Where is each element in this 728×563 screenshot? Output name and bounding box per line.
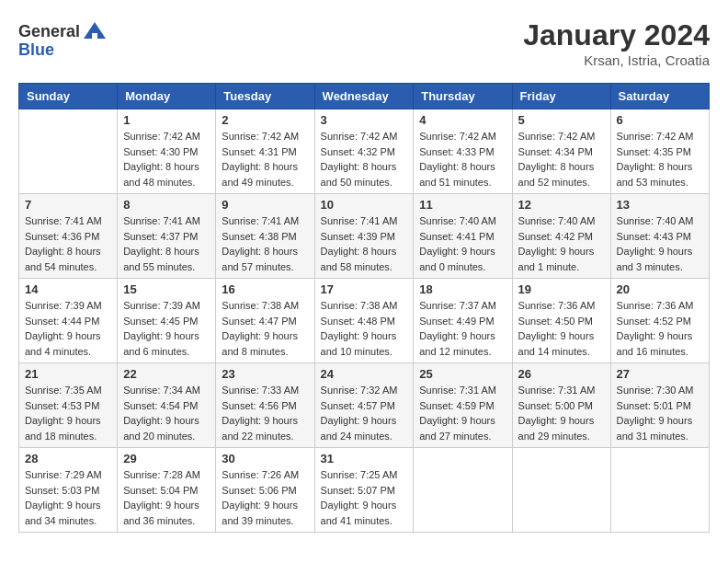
sunset-text: Sunset: 5:07 PM <box>321 485 395 496</box>
day-info: Sunrise: 7:25 AM Sunset: 5:07 PM Dayligh… <box>321 467 408 528</box>
daylight-text: Daylight: 8 hours and 50 minutes. <box>321 161 397 188</box>
calendar-table: SundayMondayTuesdayWednesdayThursdayFrid… <box>18 83 710 533</box>
sunset-text: Sunset: 4:52 PM <box>617 316 691 327</box>
weekday-header: Saturday <box>610 84 709 109</box>
day-number: 11 <box>419 198 506 212</box>
calendar-cell <box>610 448 709 533</box>
daylight-text: Daylight: 9 hours and 41 minutes. <box>321 500 397 526</box>
daylight-text: Daylight: 9 hours and 14 minutes. <box>518 330 595 357</box>
sunset-text: Sunset: 5:03 PM <box>25 485 99 496</box>
sunrise-text: Sunrise: 7:38 AM <box>222 300 299 311</box>
weekday-header: Sunday <box>19 84 118 109</box>
daylight-text: Daylight: 8 hours and 51 minutes. <box>419 161 495 188</box>
day-number: 20 <box>617 282 703 296</box>
daylight-text: Daylight: 8 hours and 48 minutes. <box>123 161 199 188</box>
calendar-week-row: 1 Sunrise: 7:42 AM Sunset: 4:30 PM Dayli… <box>19 109 710 194</box>
sunset-text: Sunset: 4:30 PM <box>123 146 198 157</box>
day-info: Sunrise: 7:28 AM Sunset: 5:04 PM Dayligh… <box>123 467 210 528</box>
weekday-header: Thursday <box>414 84 512 109</box>
calendar-cell: 26 Sunrise: 7:31 AM Sunset: 5:00 PM Dayl… <box>512 363 610 448</box>
sunset-text: Sunset: 4:33 PM <box>419 146 494 157</box>
sunrise-text: Sunrise: 7:25 AM <box>321 469 398 480</box>
sunrise-text: Sunrise: 7:42 AM <box>222 131 299 142</box>
day-info: Sunrise: 7:32 AM Sunset: 4:57 PM Dayligh… <box>321 383 408 443</box>
daylight-text: Daylight: 8 hours and 58 minutes. <box>321 246 397 272</box>
daylight-text: Daylight: 9 hours and 36 minutes. <box>123 500 199 526</box>
day-number: 12 <box>518 198 605 212</box>
sunset-text: Sunset: 4:45 PM <box>123 316 198 327</box>
sunset-text: Sunset: 4:31 PM <box>222 146 296 157</box>
day-info: Sunrise: 7:33 AM Sunset: 4:56 PM Dayligh… <box>222 383 308 443</box>
day-number: 13 <box>617 198 703 212</box>
day-info: Sunrise: 7:42 AM Sunset: 4:33 PM Dayligh… <box>419 129 506 190</box>
daylight-text: Daylight: 9 hours and 16 minutes. <box>617 330 693 357</box>
day-number: 23 <box>222 367 308 381</box>
sunrise-text: Sunrise: 7:42 AM <box>123 131 200 142</box>
sunset-text: Sunset: 4:34 PM <box>518 146 593 157</box>
calendar-cell: 18 Sunrise: 7:37 AM Sunset: 4:49 PM Dayl… <box>414 279 512 363</box>
day-info: Sunrise: 7:37 AM Sunset: 4:49 PM Dayligh… <box>419 298 506 359</box>
sunrise-text: Sunrise: 7:36 AM <box>617 300 694 311</box>
sunset-text: Sunset: 5:06 PM <box>222 485 296 496</box>
calendar-cell: 21 Sunrise: 7:35 AM Sunset: 4:53 PM Dayl… <box>19 363 118 448</box>
calendar-cell: 8 Sunrise: 7:41 AM Sunset: 4:37 PM Dayli… <box>118 194 216 279</box>
sunset-text: Sunset: 4:44 PM <box>25 316 99 327</box>
daylight-text: Daylight: 9 hours and 1 minute. <box>518 246 595 272</box>
sunrise-text: Sunrise: 7:31 AM <box>518 385 596 396</box>
day-info: Sunrise: 7:40 AM Sunset: 4:43 PM Dayligh… <box>617 213 703 274</box>
day-number: 29 <box>123 452 210 465</box>
page-header: General Blue January 2024 Krsan, Istria,… <box>18 18 710 68</box>
sunrise-text: Sunrise: 7:26 AM <box>222 469 299 480</box>
daylight-text: Daylight: 8 hours and 53 minutes. <box>617 161 693 188</box>
sunrise-text: Sunrise: 7:40 AM <box>617 215 694 226</box>
day-number: 10 <box>321 198 408 212</box>
day-info: Sunrise: 7:36 AM Sunset: 4:50 PM Dayligh… <box>518 298 605 359</box>
sunset-text: Sunset: 4:39 PM <box>321 231 395 242</box>
sunset-text: Sunset: 4:43 PM <box>617 231 691 242</box>
day-info: Sunrise: 7:41 AM Sunset: 4:36 PM Dayligh… <box>25 213 111 274</box>
sunset-text: Sunset: 4:36 PM <box>25 231 99 242</box>
day-number: 7 <box>25 198 111 212</box>
day-info: Sunrise: 7:34 AM Sunset: 4:54 PM Dayligh… <box>123 383 210 443</box>
weekday-header: Tuesday <box>216 84 314 109</box>
calendar-cell: 29 Sunrise: 7:28 AM Sunset: 5:04 PM Dayl… <box>118 448 216 533</box>
day-number: 19 <box>518 282 605 296</box>
day-info: Sunrise: 7:39 AM Sunset: 4:44 PM Dayligh… <box>25 298 111 359</box>
calendar-header-row: SundayMondayTuesdayWednesdayThursdayFrid… <box>19 84 710 109</box>
calendar-cell: 31 Sunrise: 7:25 AM Sunset: 5:07 PM Dayl… <box>314 448 414 533</box>
sunrise-text: Sunrise: 7:40 AM <box>518 215 596 226</box>
day-number: 6 <box>617 113 703 127</box>
day-number: 3 <box>321 113 408 127</box>
day-number: 26 <box>518 367 605 381</box>
calendar-cell: 13 Sunrise: 7:40 AM Sunset: 4:43 PM Dayl… <box>610 194 709 279</box>
calendar-cell: 22 Sunrise: 7:34 AM Sunset: 4:54 PM Dayl… <box>118 363 216 448</box>
daylight-text: Daylight: 8 hours and 49 minutes. <box>222 161 298 188</box>
calendar-cell <box>414 448 512 533</box>
calendar-cell: 7 Sunrise: 7:41 AM Sunset: 4:36 PM Dayli… <box>19 194 118 279</box>
day-info: Sunrise: 7:36 AM Sunset: 4:52 PM Dayligh… <box>617 298 703 359</box>
daylight-text: Daylight: 9 hours and 29 minutes. <box>518 415 595 442</box>
day-number: 17 <box>321 282 408 296</box>
sunset-text: Sunset: 5:00 PM <box>518 400 593 411</box>
daylight-text: Daylight: 9 hours and 27 minutes. <box>419 415 495 442</box>
daylight-text: Daylight: 9 hours and 18 minutes. <box>25 415 101 442</box>
sunrise-text: Sunrise: 7:34 AM <box>123 385 200 396</box>
calendar-cell: 5 Sunrise: 7:42 AM Sunset: 4:34 PM Dayli… <box>512 109 610 194</box>
calendar-week-row: 21 Sunrise: 7:35 AM Sunset: 4:53 PM Dayl… <box>19 363 710 448</box>
sunset-text: Sunset: 4:35 PM <box>617 146 691 157</box>
svg-rect-1 <box>92 33 97 39</box>
daylight-text: Daylight: 8 hours and 57 minutes. <box>222 246 298 272</box>
sunset-text: Sunset: 5:04 PM <box>123 485 198 496</box>
sunset-text: Sunset: 4:37 PM <box>123 231 198 242</box>
sunrise-text: Sunrise: 7:30 AM <box>617 385 694 396</box>
day-number: 1 <box>123 113 210 127</box>
day-number: 9 <box>222 198 308 212</box>
calendar-cell: 17 Sunrise: 7:38 AM Sunset: 4:48 PM Dayl… <box>314 279 414 363</box>
day-number: 15 <box>123 282 210 296</box>
sunrise-text: Sunrise: 7:40 AM <box>419 215 496 226</box>
calendar-cell: 30 Sunrise: 7:26 AM Sunset: 5:06 PM Dayl… <box>216 448 314 533</box>
day-info: Sunrise: 7:42 AM Sunset: 4:34 PM Dayligh… <box>518 129 605 190</box>
sunrise-text: Sunrise: 7:42 AM <box>518 131 596 142</box>
day-number: 31 <box>321 452 408 465</box>
logo-icon <box>82 18 108 44</box>
